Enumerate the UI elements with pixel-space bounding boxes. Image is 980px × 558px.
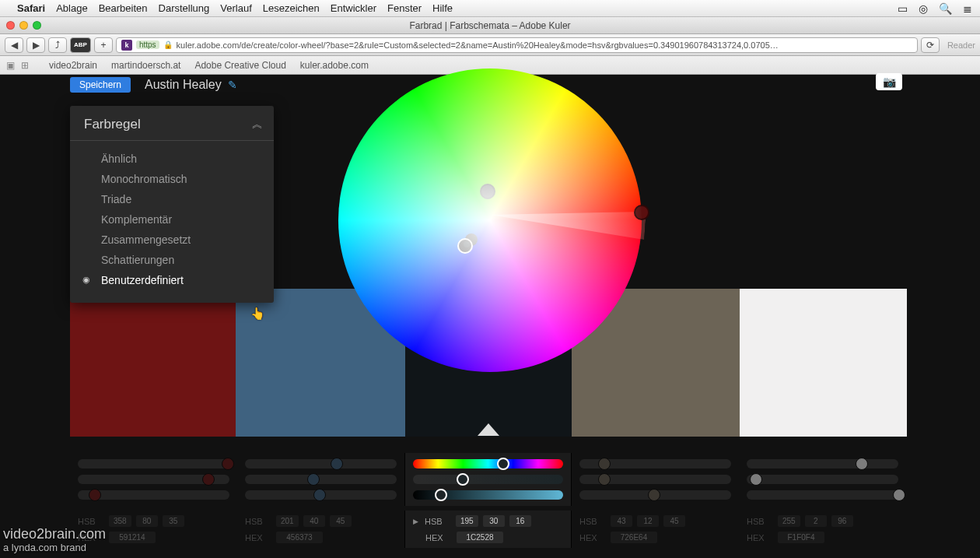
bookmarks-grid-icon[interactable]: ⊞ (21, 60, 29, 71)
color-wheel[interactable] (338, 68, 642, 372)
hsb-label: HSB (245, 517, 271, 526)
reader-button[interactable]: Reader (947, 40, 975, 50)
menu-file[interactable]: Ablage (56, 2, 87, 14)
hsb-h-input[interactable]: 43 (611, 515, 632, 527)
brightness-slider[interactable] (245, 490, 397, 500)
macos-menubar: Safari Ablage Bearbeiten Darstellung Ver… (0, 0, 980, 17)
value-column: HSB 255 2 96 HEX F1F0F4 (739, 511, 906, 548)
save-button[interactable]: Speichern (70, 77, 131, 93)
rule-item-analogous[interactable]: Ähnlich (101, 149, 274, 169)
reload-button[interactable]: ⟳ (921, 37, 940, 53)
bookmarks-book-icon[interactable]: ▣ (6, 60, 15, 71)
cursor-icon: 👆 (250, 307, 265, 321)
hue-slider[interactable] (245, 459, 397, 469)
swatch[interactable] (70, 289, 236, 437)
watermark: video2brain.com a lynda.com brand (3, 527, 106, 553)
hsb-s-input[interactable]: 40 (303, 515, 325, 527)
back-button[interactable]: ◀ (5, 37, 23, 53)
hex-label: HEX (245, 533, 271, 542)
brightness-slider[interactable] (747, 490, 898, 500)
expand-icon[interactable]: ▶ (413, 518, 418, 525)
saturation-slider[interactable] (579, 475, 731, 484)
swatch[interactable] (740, 289, 907, 437)
hex-label: HEX (425, 533, 452, 542)
saturation-slider[interactable] (413, 475, 563, 484)
menubar-sync-icon[interactable]: ◎ (919, 2, 928, 15)
hsb-b-input[interactable]: 45 (330, 515, 352, 527)
hex-input[interactable]: 591214 (109, 532, 156, 543)
wheel-marker-active[interactable] (457, 238, 473, 254)
hue-slider[interactable] (579, 459, 731, 469)
share-button[interactable]: ⤴ (48, 37, 67, 53)
menu-window[interactable]: Fenster (387, 2, 422, 14)
menubar-spotlight-icon[interactable]: 🔍 (939, 2, 952, 15)
hsb-label: HSB (425, 517, 451, 526)
menubar-screen-icon[interactable]: ▭ (898, 2, 908, 15)
hex-label: HEX (747, 533, 773, 542)
brightness-slider[interactable] (413, 490, 563, 500)
rule-item-compound[interactable]: Zusammengesetzt (101, 230, 274, 250)
hex-input[interactable]: 456373 (276, 532, 323, 543)
lock-icon: 🔒 (163, 40, 173, 49)
window-titlebar: Farbrad | Farbschemata – Adobe Kuler (0, 17, 980, 34)
hsb-h-input[interactable]: 255 (778, 515, 800, 527)
hsb-h-input[interactable]: 201 (276, 515, 299, 527)
wheel-marker[interactable] (634, 205, 649, 220)
camera-button[interactable]: 📷 (876, 73, 902, 90)
menu-edit[interactable]: Bearbeiten (99, 2, 148, 14)
value-column: HSB 201 40 45 HEX 456373 (237, 511, 404, 548)
menubar-list-icon[interactable]: ≣ (963, 2, 972, 15)
window-close-button[interactable] (6, 21, 15, 30)
abp-button[interactable]: ABP (70, 37, 91, 53)
bookmark-item[interactable]: video2brain (49, 60, 97, 71)
hsb-s-input[interactable]: 80 (136, 515, 158, 527)
value-column-active: ▶HSB 195 30 16 HEX 1C2528 (404, 511, 572, 548)
hue-slider[interactable] (413, 459, 563, 469)
hex-input[interactable]: F1F0F4 (778, 532, 824, 543)
rule-item-triad[interactable]: Triade (101, 189, 274, 209)
watermark-line2: a lynda.com brand (3, 542, 106, 553)
window-zoom-button[interactable] (33, 21, 41, 30)
hex-input[interactable]: 1C2528 (457, 532, 503, 543)
menu-view[interactable]: Darstellung (159, 2, 210, 14)
hsb-h-input[interactable]: 195 (456, 515, 478, 527)
theme-name[interactable]: Austin Healey ✎ (145, 78, 237, 92)
edit-icon[interactable]: ✎ (228, 79, 237, 91)
saturation-slider[interactable] (245, 475, 397, 484)
hsb-b-input[interactable]: 96 (831, 515, 853, 527)
hsb-h-input[interactable]: 358 (109, 515, 131, 527)
menu-history[interactable]: Verlauf (220, 2, 251, 14)
rule-item-monochromatic[interactable]: Monochromatisch (101, 169, 274, 189)
hsb-b-input[interactable]: 35 (163, 515, 184, 527)
hue-slider[interactable] (747, 459, 898, 469)
bookmark-item[interactable]: martindoersch.at (111, 60, 180, 71)
brightness-slider[interactable] (579, 490, 731, 500)
menu-help[interactable]: Hilfe (432, 2, 453, 14)
add-button[interactable]: + (94, 37, 113, 53)
bookmark-item[interactable]: Adobe Creative Cloud (194, 60, 285, 71)
hsb-b-input[interactable]: 45 (663, 515, 685, 527)
theme-name-label: Austin Healey (145, 78, 222, 91)
hsb-s-input[interactable]: 12 (637, 515, 659, 527)
wheel-marker[interactable] (480, 184, 495, 199)
collapse-icon[interactable]: ︽ (252, 118, 260, 132)
rule-item-custom[interactable]: Benutzerdefiniert (101, 270, 274, 290)
site-favicon-icon: k (121, 40, 132, 51)
hue-slider[interactable] (78, 459, 229, 469)
forward-button[interactable]: ▶ (26, 37, 45, 53)
menu-bookmarks[interactable]: Lesezeichen (263, 2, 320, 14)
hex-label: HEX (579, 533, 606, 542)
window-minimize-button[interactable] (19, 21, 28, 30)
hex-input[interactable]: 726E64 (611, 532, 657, 543)
menu-develop[interactable]: Entwickler (331, 2, 376, 14)
saturation-slider[interactable] (78, 475, 229, 484)
brightness-slider[interactable] (78, 490, 229, 500)
app-name[interactable]: Safari (17, 2, 45, 14)
url-bar[interactable]: k https 🔒 kuler.adobe.com/de/create/colo… (116, 37, 918, 53)
rule-item-complementary[interactable]: Komplementär (101, 209, 274, 230)
hsb-s-input[interactable]: 2 (805, 515, 827, 527)
hsb-s-input[interactable]: 30 (483, 515, 505, 527)
hsb-b-input[interactable]: 16 (509, 515, 531, 527)
saturation-slider[interactable] (747, 475, 898, 484)
rule-item-shades[interactable]: Schattierungen (101, 250, 274, 270)
